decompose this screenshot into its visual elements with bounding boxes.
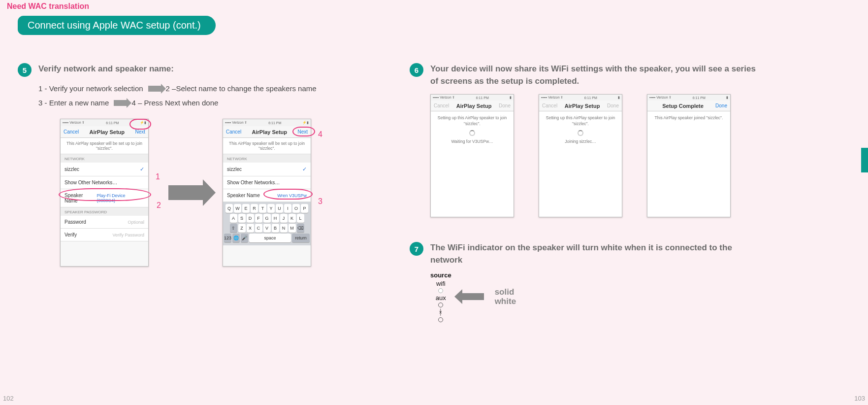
step-5-subline-2: 3 - Enter a new name 4 – Press Next when… — [38, 96, 397, 110]
done-button: Done — [499, 103, 511, 108]
callout-4: 4 — [318, 130, 322, 139]
key-r[interactable]: R — [251, 204, 258, 213]
key-q[interactable]: Q — [225, 204, 233, 213]
carrier: ••••• Verizon ⥣ — [225, 121, 248, 125]
mini-phone-row: ••••• Verizon ⥣6:11 PM▮ CancelAirPlay Se… — [430, 94, 764, 217]
key-o[interactable]: O — [292, 204, 300, 213]
key-s[interactable]: S — [238, 214, 246, 223]
key-h[interactable]: H — [272, 214, 279, 223]
carrier: ••••• Verizon ⥣ — [433, 96, 455, 100]
battery-icon: ▮ — [510, 96, 512, 100]
key-t[interactable]: T — [259, 204, 266, 213]
status-line: Setting up this AirPlay speaker to join … — [434, 115, 511, 127]
battery-icon: ▮ — [726, 96, 728, 100]
password-row[interactable]: Password Optional — [61, 216, 148, 229]
next-button-label: Next — [297, 129, 308, 135]
battery-icon: ▮ — [618, 96, 620, 100]
key-⌫[interactable]: ⌫ — [297, 224, 304, 233]
battery-icon: ⚡▮ — [140, 121, 146, 125]
key-globe[interactable]: 🌐 — [232, 234, 240, 242]
key-v[interactable]: V — [263, 224, 271, 233]
time: 6:11 PM — [693, 96, 706, 100]
key-f[interactable]: F — [255, 214, 262, 223]
show-other-networks[interactable]: Show Other Networks… — [223, 176, 311, 189]
step-5-title: Verify network and speaker name: — [38, 63, 174, 75]
key-⇧[interactable]: ⇧ — [230, 224, 237, 233]
page-number-left: 102 — [3, 395, 14, 402]
key-e[interactable]: E — [242, 204, 250, 213]
source-indicator-block: source wifi aux ᚼ solid white — [430, 271, 764, 322]
speaker-name-row[interactable]: Speaker Name Play-Fi Device (0080C4) — [61, 189, 148, 207]
password-placeholder: Optional — [128, 220, 144, 225]
speaker-name-value: Play-Fi Device (0080C4) — [97, 193, 144, 203]
big-arrow-right-icon — [168, 185, 203, 200]
key-w[interactable]: W — [234, 204, 241, 213]
nav-bar: Cancel AirPlay Setup Next — [61, 126, 148, 138]
key-space[interactable]: space — [249, 234, 291, 242]
next-button[interactable]: Next — [297, 129, 308, 135]
key-mic[interactable]: 🎤 — [241, 234, 248, 242]
network-row[interactable]: sizzlec ✓ — [61, 163, 148, 176]
speaker-name-row[interactable]: Speaker Name Wren V3USPw — [223, 189, 311, 202]
page-number-right: 103 — [854, 395, 865, 402]
password-label: Password — [64, 219, 86, 225]
key-m[interactable]: M — [289, 224, 296, 233]
battery-icon: ⚡▮ — [302, 121, 309, 125]
check-icon: ✓ — [302, 166, 307, 172]
network-header: NETWORK — [61, 154, 148, 163]
key-d[interactable]: D — [247, 214, 254, 223]
phone-mock-row: ••••• Verizon ⥣ 6:11 PM ⚡▮ Cancel AirPla… — [60, 119, 397, 267]
key-a[interactable]: A — [230, 214, 237, 223]
time: 6:11 PM — [584, 96, 597, 100]
source-header: source — [430, 271, 451, 279]
show-other-networks[interactable]: Show Other Networks… — [61, 176, 148, 189]
done-button: Done — [607, 103, 619, 108]
key-y[interactable]: Y — [267, 204, 275, 213]
verify-row[interactable]: Verify Verify Password — [61, 229, 148, 241]
key-u[interactable]: U — [276, 204, 283, 213]
status-bar: ••••• Verizon ⥣ 6:11 PM ⚡▮ — [61, 119, 148, 126]
key-j[interactable]: J — [280, 214, 288, 223]
key-p[interactable]: P — [301, 204, 308, 213]
next-button[interactable]: Next — [135, 129, 145, 135]
speaker-name-label: Speaker Name — [64, 193, 97, 203]
key-123[interactable]: 123 — [224, 234, 231, 242]
mini-phone-3: ••••• Verizon ⥣6:11 PM▮ Setup CompleteDo… — [647, 94, 731, 217]
key-g[interactable]: G — [263, 214, 271, 223]
bluetooth-icon: ᚼ — [438, 308, 443, 316]
key-return[interactable]: return — [292, 234, 310, 242]
key-x[interactable]: X — [247, 224, 254, 233]
key-i[interactable]: I — [284, 204, 291, 213]
done-button[interactable]: Done — [715, 103, 727, 108]
setup-message: This AirPlay speaker will be set up to j… — [223, 138, 311, 154]
status-bar: ••••• Verizon ⥣ 6:11 PM ⚡▮ — [223, 119, 311, 126]
key-z[interactable]: Z — [238, 224, 246, 233]
verify-label: Verify — [64, 232, 77, 237]
network-header: NETWORK — [223, 154, 311, 163]
cancel-button[interactable]: Cancel — [64, 129, 79, 135]
status-line-2: Joining sizzlec… — [542, 139, 619, 145]
key-n[interactable]: N — [280, 224, 288, 233]
keyboard[interactable]: QWERTYUIOP ASDFGHJKL ⇧ZXCVBNM⌫ 123 🌐 🎤 s… — [223, 202, 311, 245]
key-c[interactable]: C — [255, 224, 262, 233]
key-k[interactable]: K — [289, 214, 296, 223]
network-row[interactable]: sizzlec ✓ — [223, 163, 311, 176]
bt-indicator-icon — [438, 317, 443, 322]
solid-white-label: solid white — [495, 287, 516, 306]
step-5: 5 Verify network and speaker name: — [18, 63, 397, 77]
revision-note: Need WAC translation — [7, 2, 89, 11]
step-bullet-6: 6 — [410, 63, 423, 77]
arrow-left-icon — [462, 293, 484, 300]
mini-phone-2: ••••• Verizon ⥣6:11 PM▮ CancelAirPlay Se… — [539, 94, 622, 217]
cancel-button[interactable]: Cancel — [226, 129, 241, 135]
key-l[interactable]: L — [297, 214, 304, 223]
step-5-subline-1: 1 - Verify your network selection 2 –Sel… — [38, 82, 397, 96]
speaker-name-value: Wren V3USPw — [277, 193, 307, 198]
verify-placeholder: Verify Password — [112, 233, 144, 237]
spinner-icon — [578, 130, 583, 136]
key-b[interactable]: B — [272, 224, 279, 233]
sub-2b: 4 – Press Next when done — [131, 96, 218, 110]
wifi-label: wifi — [436, 280, 446, 287]
side-tab — [861, 148, 868, 172]
step-6: 6 Your device will now share its WiFi se… — [410, 63, 764, 87]
